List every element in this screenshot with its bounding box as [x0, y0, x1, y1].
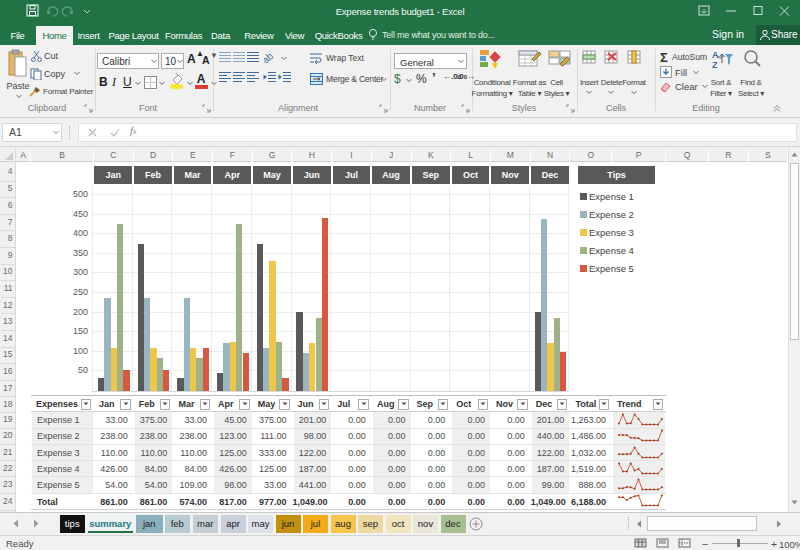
- svg-text:Z: Z: [712, 60, 718, 70]
- svg-text:ab: ab: [264, 51, 276, 63]
- svg-text:A: A: [712, 50, 719, 60]
